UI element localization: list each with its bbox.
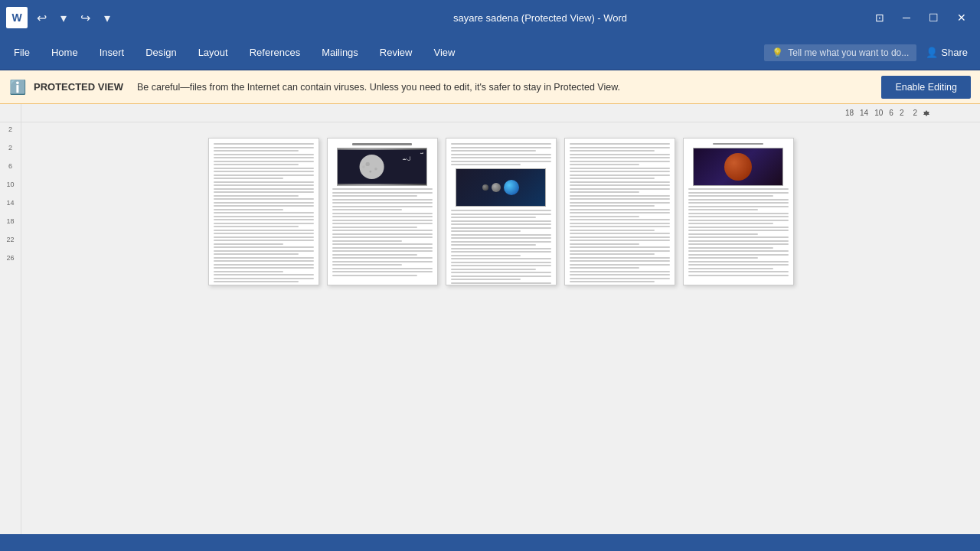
ruler-corner bbox=[0, 104, 21, 122]
tab-layout[interactable]: Layout bbox=[188, 41, 239, 64]
page-thumbnail-4[interactable] bbox=[564, 138, 675, 285]
share-button[interactable]: 👤 Share bbox=[916, 42, 977, 63]
page-thumbnail-1[interactable]: · · · bbox=[208, 138, 319, 285]
info-icon: ℹ️ bbox=[9, 79, 26, 96]
undo-button[interactable]: ↩ bbox=[32, 8, 51, 28]
protected-view-label: PROTECTED VIEW bbox=[34, 81, 123, 93]
tab-view[interactable]: View bbox=[423, 41, 466, 64]
minimize-button[interactable]: ─ bbox=[895, 8, 918, 27]
document-title: sayare sadena (Protected View) - Word bbox=[205, 12, 875, 24]
tab-home[interactable]: Home bbox=[41, 41, 89, 64]
protected-view-message: Be careful—files from the Internet can c… bbox=[137, 82, 874, 93]
svg-point-5 bbox=[374, 168, 377, 171]
earth-image bbox=[456, 168, 546, 207]
page-content-4 bbox=[565, 139, 675, 285]
tab-design[interactable]: Design bbox=[135, 41, 187, 64]
page-thumbnail-5[interactable] bbox=[683, 138, 794, 285]
undo-dropdown-button[interactable]: ▾ bbox=[56, 8, 71, 28]
customize-qat-button[interactable]: ▾ bbox=[100, 8, 115, 28]
document-canvas[interactable]: · · · ﺳ bbox=[21, 122, 980, 534]
page-thumbnail-2[interactable]: ﺳ ﻝ ﺳ bbox=[327, 138, 438, 285]
pages-row: · · · ﺳ bbox=[208, 138, 794, 519]
moon-svg: ﻝ ﺳ bbox=[338, 148, 426, 185]
search-placeholder-text: Tell me what you want to do... bbox=[788, 47, 909, 58]
title-bar-left: W ↩ ▾ ↪ ▾ bbox=[6, 7, 205, 28]
page-thumbnail-3[interactable] bbox=[446, 138, 557, 285]
close-button[interactable]: ✕ bbox=[949, 8, 974, 27]
page-content-1: · · · bbox=[209, 139, 318, 285]
tab-references[interactable]: References bbox=[239, 41, 311, 64]
protected-view-bar: ℹ️ PROTECTED VIEW Be careful—files from … bbox=[0, 70, 980, 104]
page-content-3 bbox=[446, 139, 556, 285]
svg-point-7 bbox=[362, 165, 365, 168]
tab-insert[interactable]: Insert bbox=[89, 41, 136, 64]
vertical-ruler: 2 2 6 10 14 18 22 26 bbox=[0, 122, 21, 534]
tab-file[interactable]: File bbox=[3, 41, 41, 64]
main-area: 2 2 6 10 14 18 22 26 bbox=[0, 122, 980, 534]
ruler-area: 18 14 10 6 2 2 bbox=[0, 104, 980, 122]
title-bar: W ↩ ▾ ↪ ▾ sayare sadena (Protected View)… bbox=[0, 0, 980, 35]
word-icon: W bbox=[6, 7, 28, 28]
mars-image bbox=[693, 148, 783, 186]
svg-text:ﻝ ﺳ: ﻝ ﺳ bbox=[402, 155, 411, 161]
share-icon: 👤 bbox=[926, 47, 938, 58]
horizontal-ruler: 18 14 10 6 2 2 bbox=[21, 104, 980, 122]
redo-button[interactable]: ↪ bbox=[76, 8, 95, 28]
page-content-5 bbox=[684, 139, 793, 285]
tab-mailings[interactable]: Mailings bbox=[311, 41, 369, 64]
ribbon: File Home Insert Design Layout Reference… bbox=[0, 35, 980, 70]
tab-review[interactable]: Review bbox=[369, 41, 423, 64]
enable-editing-button[interactable]: Enable Editing bbox=[881, 76, 971, 99]
restore-icon[interactable]: ⊡ bbox=[875, 11, 884, 24]
status-bar bbox=[0, 534, 980, 551]
maximize-button[interactable]: ☐ bbox=[921, 8, 946, 27]
page-controls-icon bbox=[922, 109, 931, 118]
title-bar-right: ⊡ ─ ☐ ✕ bbox=[875, 8, 974, 27]
lightbulb-icon: 💡 bbox=[772, 47, 783, 58]
svg-point-4 bbox=[366, 162, 370, 166]
page-content-2: ﺳ ﻝ ﺳ bbox=[328, 139, 437, 285]
page-lines-1: · · · bbox=[214, 143, 314, 285]
ruler-numbers: 18 14 10 6 2 2 bbox=[842, 109, 934, 118]
svg-point-6 bbox=[370, 171, 372, 173]
ribbon-search[interactable]: 💡 Tell me what you want to do... bbox=[764, 44, 916, 61]
moon-image: ﺳ ﻝ ﺳ bbox=[337, 148, 427, 186]
